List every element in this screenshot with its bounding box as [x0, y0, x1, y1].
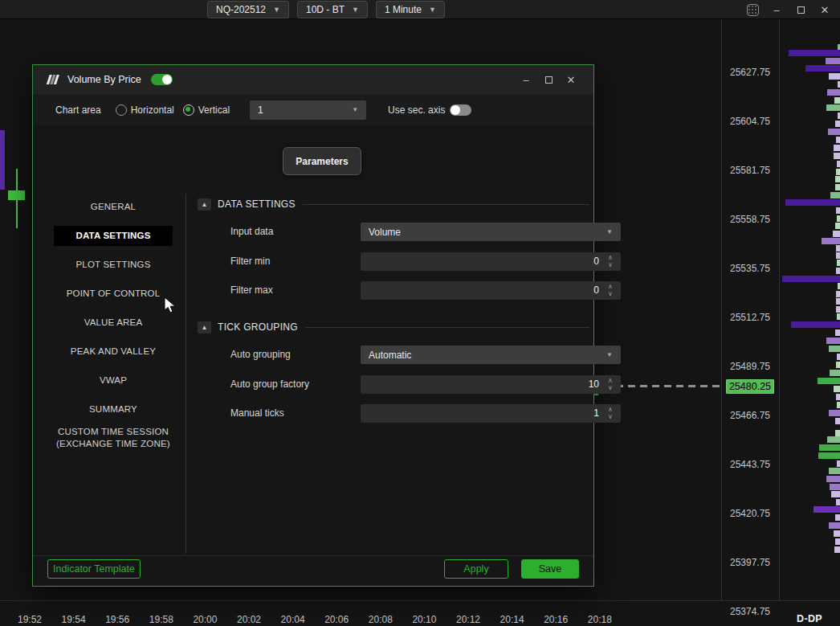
symbol-dropdown[interactable]: NQ-202512 ▼ [207, 1, 289, 18]
price-axis-label: 25489.75 [721, 361, 779, 372]
sidebar-item-label: POINT OF CONTROL [67, 288, 161, 300]
sidebar-item-peak-and-valley[interactable]: PEAK AND VALLEY [41, 337, 186, 366]
indicator-template-button[interactable]: Indicator Template [47, 559, 141, 579]
sidebar-item-custom-time-session-exchange-time-zone[interactable]: CUSTOM TIME SESSION (EXCHANGE TIME ZONE) [41, 423, 186, 452]
volume-profile-bar [836, 291, 840, 297]
volume-profile-bar [835, 176, 840, 182]
volume-profile-bar [830, 370, 840, 376]
widgets-button[interactable] [740, 0, 765, 19]
volume-profile-bar [830, 484, 840, 490]
radio-vertical-label[interactable]: Vertical [198, 104, 230, 116]
price-axis-label: 25535.75 [721, 263, 779, 274]
sidebar-item-label: SUMMARY [89, 403, 137, 415]
field-label-filter-min: Filter min [230, 252, 270, 271]
auto-grouping-select[interactable]: Automatic ▼ [361, 346, 621, 364]
dialog-title-bar[interactable]: Volume By Price – ✕ [33, 65, 593, 94]
collapse-chevron-icon[interactable]: ▲ [198, 321, 211, 333]
volume-profile-bar [834, 546, 840, 553]
section-header-data-settings: ▲ DATA SETTINGS [198, 198, 589, 211]
section-rule [303, 204, 589, 205]
volume-profile-bar [819, 444, 840, 451]
toggle-knob [451, 105, 460, 115]
apply-button[interactable]: Apply [444, 559, 508, 579]
sidebar-item-label: GENERAL [91, 201, 136, 213]
sidebar-item-general[interactable]: GENERAL [41, 192, 186, 221]
filter-min-value: 0 [593, 252, 599, 271]
timeframe-dropdown[interactable]: 1 Minute ▼ [376, 1, 445, 18]
period-label: 10D - BT [306, 4, 345, 15]
collapse-chevron-icon[interactable]: ▲ [198, 198, 211, 211]
volume-profile-bar [829, 346, 840, 352]
partial-volume-bar [0, 130, 5, 190]
maximize-icon [545, 76, 553, 84]
time-axis-label: 20:08 [369, 614, 393, 625]
sec-axis-label: Use sec. axis [388, 104, 445, 116]
widget-grid-icon [747, 4, 759, 16]
section-rule [305, 327, 589, 328]
volume-profile-bar [822, 238, 840, 244]
stepper-icon[interactable]: ∧∨ [606, 283, 615, 297]
radio-vertical[interactable] [183, 104, 194, 116]
stepper-icon[interactable]: ∧∨ [606, 377, 615, 391]
radio-horizontal[interactable] [116, 104, 127, 116]
volume-profile-bar [836, 137, 840, 143]
current-price-badge: 25480.25 [726, 379, 774, 394]
auto-group-factory-input[interactable]: 10 ∧∨ [361, 375, 621, 394]
manual-ticks-input[interactable]: 1 ∧∨ [361, 404, 621, 423]
chevron-down-icon: ▼ [606, 228, 613, 235]
stepper-icon[interactable]: ∧∨ [606, 406, 615, 420]
time-axis-label: 20:00 [193, 614, 217, 625]
time-axis-label: 20:06 [324, 614, 349, 625]
volume-profile-bar [836, 207, 840, 214]
auto-group-factory-value: 10 [589, 375, 599, 394]
sidebar-item-plot-settings[interactable]: PLOT SETTINGS [41, 250, 186, 279]
section-title: TICK GROUPING [218, 321, 298, 333]
dialog-close-button[interactable]: ✕ [560, 68, 582, 91]
symbol-label: NQ-202512 [216, 4, 266, 15]
volume-profile-bar [834, 145, 840, 151]
time-axis-label: 20:02 [237, 614, 261, 625]
volume-profile-bar [835, 418, 840, 424]
stepper-icon[interactable]: ∧∨ [606, 254, 615, 268]
sidebar-item-vwap[interactable]: VWAP [41, 366, 186, 395]
time-axis-label: 20:18 [588, 614, 612, 625]
tab-parameters[interactable]: Parameters [283, 147, 361, 175]
input-data-select[interactable]: Volume ▼ [361, 223, 621, 241]
toggle-knob [162, 75, 172, 84]
save-button[interactable]: Save [521, 559, 579, 579]
radio-horizontal-label[interactable]: Horizontal [131, 104, 174, 116]
chevron-down-icon: ▼ [606, 351, 613, 358]
volume-profile-bar [837, 215, 840, 222]
filter-min-input[interactable]: 0 ∧∨ [361, 252, 621, 271]
volume-by-price-icon [44, 74, 59, 85]
field-label-manual-ticks: Manual ticks [230, 404, 284, 423]
field-label-filter-max: Filter max [230, 281, 273, 300]
sidebar-item-point-of-control[interactable]: POINT OF CONTROL [41, 279, 186, 308]
volume-profile-bar [836, 268, 840, 274]
volume-profile-bar [834, 386, 840, 392]
sec-axis-toggle[interactable] [450, 104, 471, 116]
volume-profile-bar [835, 538, 840, 545]
dialog-minimize-button[interactable]: – [515, 68, 537, 91]
sidebar-item-data-settings[interactable]: DATA SETTINGS [41, 221, 186, 250]
field-label-input-data: Input data [230, 223, 273, 241]
price-axis-label: 25466.75 [721, 410, 779, 421]
dialog-maximize-button[interactable] [537, 68, 560, 91]
volume-profile-bar [836, 169, 840, 175]
chart-area-target-select[interactable]: 1 ▼ [250, 100, 366, 120]
filter-max-input[interactable]: 0 ∧∨ [361, 281, 621, 300]
sidebar-item-value-area[interactable]: VALUE AREA [41, 308, 186, 337]
price-axis-label: 25604.75 [721, 116, 779, 127]
price-axis-label: 25581.75 [721, 165, 779, 176]
volume-profile-bar [836, 499, 840, 505]
period-dropdown[interactable]: 10D - BT ▼ [297, 1, 368, 18]
profile-period-label: D-DP [785, 613, 834, 624]
volume-profile-bar [828, 129, 840, 135]
candle-body [8, 190, 25, 200]
price-axis-label: 25558.75 [721, 214, 779, 225]
volume-profile-bar [818, 452, 840, 459]
volume-profile-bar [785, 199, 840, 206]
price-axis-label: 25443.75 [721, 459, 779, 470]
sidebar-item-summary[interactable]: SUMMARY [41, 395, 186, 423]
indicator-enabled-toggle[interactable] [151, 74, 173, 85]
